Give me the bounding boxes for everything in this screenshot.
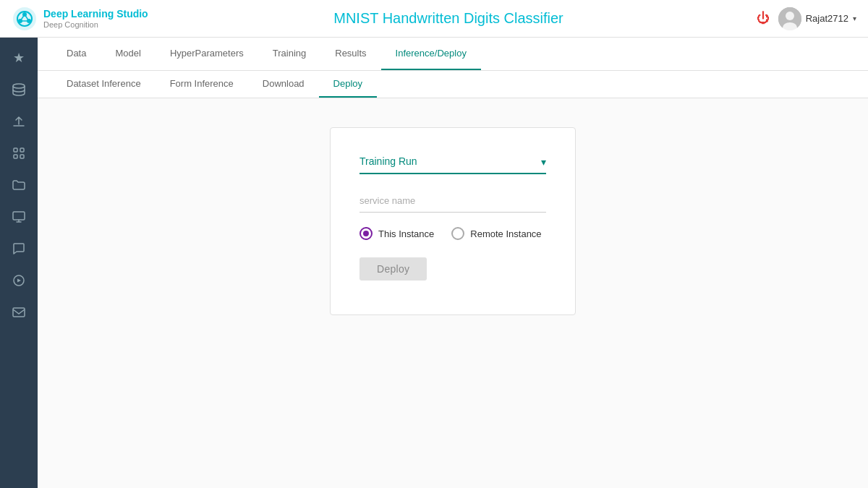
logo-area: Deep Learning Studio Deep Cognition [12,6,171,32]
page-title: MNIST Handwritten Digits Classifier [171,10,726,27]
sidebar: ★ [0,38,38,488]
sub-nav: Dataset Inference Form Inference Downloa… [38,71,868,98]
sidebar-item-chat[interactable] [3,234,35,263]
this-instance-radio[interactable] [359,227,373,240]
sidebar-item-play[interactable] [3,266,35,295]
sidebar-item-monitor[interactable] [3,202,35,231]
svg-point-11 [13,84,25,88]
tab-training[interactable]: Training [258,38,320,70]
header-right: ⏻ Rajat2712 ▾ [726,7,856,30]
remote-instance-radio[interactable] [451,227,464,240]
svg-rect-13 [20,148,24,152]
this-instance-label: This Instance [378,228,434,239]
tab-results[interactable]: Results [320,38,380,70]
deploy-card: Training Run ▾ This Instance Remote Inst… [330,127,576,315]
this-instance-option[interactable]: This Instance [359,227,434,240]
avatar [778,7,801,30]
subtab-dataset-inference[interactable]: Dataset Inference [52,71,156,98]
sidebar-item-upload[interactable] [3,107,35,136]
content-area: Data Model HyperParameters Training Resu… [38,38,868,488]
user-menu[interactable]: Rajat2712 ▾ [778,7,856,30]
tab-hyperparameters[interactable]: HyperParameters [156,38,258,70]
svg-rect-15 [20,155,24,158]
tab-data[interactable]: Data [52,38,101,70]
power-icon[interactable]: ⏻ [757,11,770,26]
app-name-text: Deep Learning Studio Deep Cognition [43,8,148,29]
username: Rajat2712 [806,13,848,24]
svg-rect-12 [14,148,17,152]
sidebar-item-database[interactable] [3,75,35,104]
sidebar-item-apps[interactable] [3,139,35,168]
chevron-down-icon: ▾ [853,14,856,22]
service-name-input[interactable] [359,189,546,213]
page-content: Training Run ▾ This Instance Remote Inst… [38,98,868,488]
top-nav: Data Model HyperParameters Training Resu… [38,38,868,71]
tab-inference-deploy[interactable]: Inference/Deploy [381,38,481,70]
subtab-form-inference[interactable]: Form Inference [156,71,248,98]
instance-radio-group: This Instance Remote Instance [359,227,546,240]
training-run-dropdown-wrapper: Training Run ▾ [359,150,546,174]
subtab-deploy[interactable]: Deploy [319,71,377,98]
remote-instance-label: Remote Instance [470,228,541,239]
svg-rect-18 [13,308,25,317]
svg-rect-14 [14,155,17,158]
app-logo-icon [12,6,38,32]
deploy-button[interactable]: Deploy [359,257,427,281]
header: Deep Learning Studio Deep Cognition MNIS… [0,0,868,38]
sidebar-item-mail[interactable] [3,298,35,327]
remote-instance-option[interactable]: Remote Instance [451,227,541,240]
app-name: Deep Learning Studio [43,8,148,20]
training-run-dropdown[interactable]: Training Run [359,150,546,174]
svg-point-0 [13,7,36,30]
sidebar-item-starred[interactable]: ★ [3,43,35,72]
main-layout: ★ [0,38,868,488]
subtab-download[interactable]: Download [248,71,319,98]
app-company: Deep Cognition [43,20,148,29]
sidebar-item-folder[interactable] [3,171,35,200]
svg-rect-16 [13,212,25,220]
svg-point-9 [786,12,794,20]
tab-model[interactable]: Model [101,38,155,70]
